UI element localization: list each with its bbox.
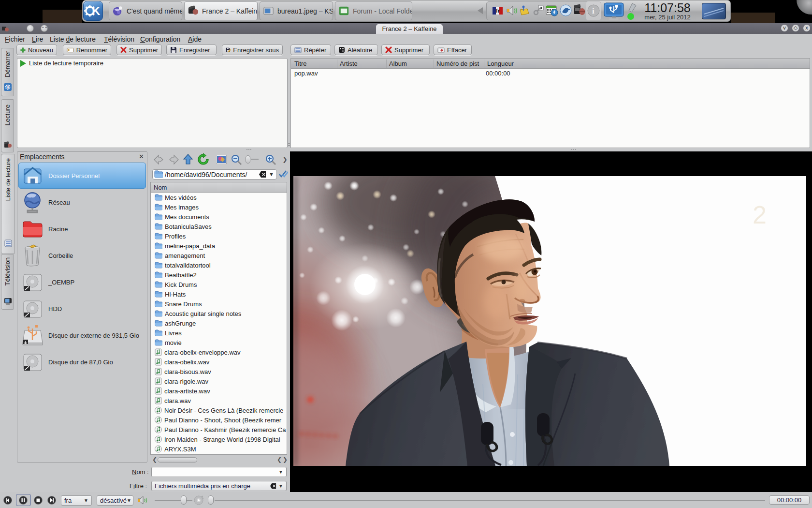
svg-text:fr: fr (496, 8, 500, 14)
svg-text:K: K (92, 4, 101, 17)
svg-text:i: i (592, 6, 594, 15)
svg-text:K: K (6, 85, 10, 90)
svg-text:2: 2 (753, 201, 767, 229)
